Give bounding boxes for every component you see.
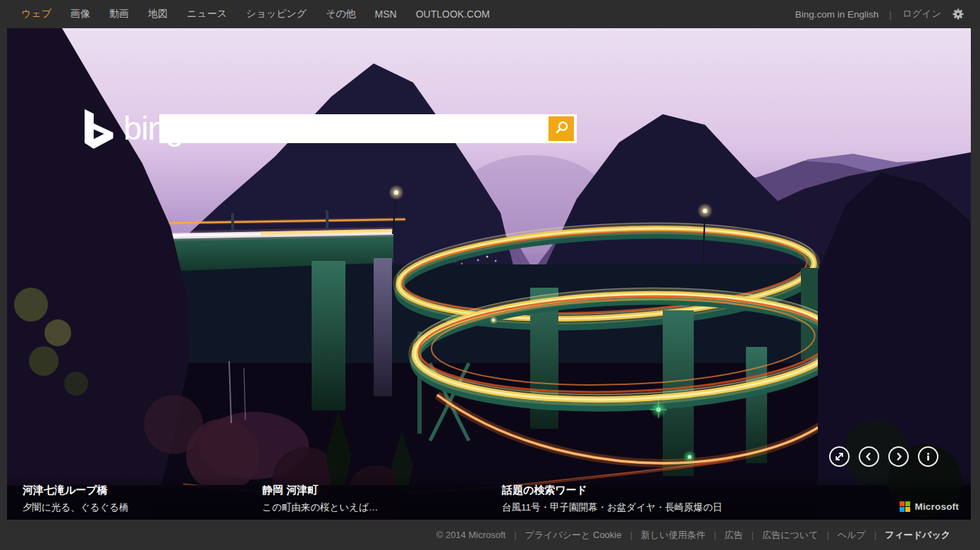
loop-bridge-night-scene — [7, 28, 971, 520]
nav-tabs: ウェブ 画像 動画 地図 ニュース ショッピング その他 MSN OUTLOOK… — [21, 8, 490, 20]
nav-tab-videos[interactable]: 動画 — [109, 8, 129, 20]
footer-link-terms[interactable]: 新しい使用条件 — [641, 529, 706, 542]
footer-link-feedback[interactable]: フィードバック — [885, 529, 950, 542]
caption-subtitle: 夕闇に光る、ぐるぐる橋 — [23, 501, 128, 514]
nav-tab-news[interactable]: ニュース — [187, 8, 227, 20]
fullscreen-button[interactable] — [829, 446, 850, 467]
trending-title: 話題の検索ワード — [502, 484, 723, 497]
nav-separator: | — [889, 9, 892, 20]
footer-link-privacy[interactable]: プライバシーと Cookie — [525, 529, 622, 542]
nav-tab-shopping[interactable]: ショッピング — [246, 8, 307, 20]
nav-tab-web[interactable]: ウェブ — [21, 8, 51, 20]
search-input[interactable] — [159, 114, 554, 143]
login-link[interactable]: ログイン — [902, 8, 941, 20]
language-switch-link[interactable]: Bing.com in English — [795, 9, 879, 20]
info-button[interactable] — [918, 446, 938, 467]
footer-separator: | — [713, 530, 716, 540]
footer-link-help[interactable]: ヘルプ — [838, 529, 866, 542]
nav-utility: Bing.com in English | ログイン — [795, 8, 964, 20]
fullscreen-icon — [834, 451, 845, 462]
search-icon — [554, 121, 569, 138]
caption-subtitle: この町由来の桜といえば… — [262, 501, 378, 514]
chevron-right-icon — [893, 451, 904, 462]
nav-tab-outlook[interactable]: OUTLOOK.COM — [416, 8, 490, 20]
footer: © 2014 Microsoft | プライバシーと Cookie | 新しい使… — [0, 520, 980, 550]
nav-tab-msn[interactable]: MSN — [375, 8, 397, 20]
caption-title: 静岡 河津町 — [262, 484, 378, 497]
nav-tab-images[interactable]: 画像 — [71, 8, 90, 20]
footer-separator: | — [630, 530, 632, 540]
microsoft-logo: Microsoft — [900, 501, 959, 512]
footer-link-about-ads[interactable]: 広告について — [762, 529, 818, 542]
caption-image-title[interactable]: 河津七滝ループ橋 夕闇に光る、ぐるぐる橋 — [23, 475, 128, 514]
microsoft-tiles-icon — [900, 501, 910, 512]
caption-image-location[interactable]: 静岡 河津町 この町由来の桜といえば… — [262, 475, 378, 514]
hero-photo: bing — [7, 28, 971, 520]
footer-separator: | — [752, 530, 754, 540]
gear-icon[interactable] — [952, 8, 964, 20]
nav-tab-more[interactable]: その他 — [326, 8, 356, 20]
trending-terms: 台風11号・甲子園開幕・お盆ダイヤ・長崎原爆の日 — [502, 501, 723, 514]
copyright-text: © 2014 Microsoft — [436, 530, 506, 540]
next-image-button[interactable] — [888, 446, 909, 467]
nav-tab-maps[interactable]: 地図 — [148, 8, 168, 20]
trending-searches[interactable]: 話題の検索ワード 台風11号・甲子園開幕・お盆ダイヤ・長崎原爆の日 — [502, 475, 723, 514]
footer-separator: | — [514, 530, 516, 540]
chevron-left-icon — [864, 451, 874, 462]
top-navigation: ウェブ 画像 動画 地図 ニュース ショッピング その他 MSN OUTLOOK… — [0, 0, 980, 28]
info-icon — [923, 451, 933, 462]
bing-b-icon — [85, 107, 117, 152]
previous-image-button[interactable] — [859, 446, 879, 467]
caption-strip: 河津七滝ループ橋 夕闇に光る、ぐるぐる橋 静岡 河津町 この町由来の桜といえば…… — [7, 475, 971, 520]
footer-separator: | — [826, 530, 828, 540]
bing-homepage: ウェブ 画像 動画 地図 ニュース ショッピング その他 MSN OUTLOOK… — [0, 0, 980, 550]
search-box — [159, 114, 577, 143]
search-button[interactable] — [549, 116, 574, 141]
microsoft-wordmark: Microsoft — [914, 501, 959, 512]
footer-separator: | — [874, 530, 876, 540]
caption-title: 河津七滝ループ橋 — [23, 484, 128, 497]
footer-link-ads[interactable]: 広告 — [725, 529, 743, 542]
